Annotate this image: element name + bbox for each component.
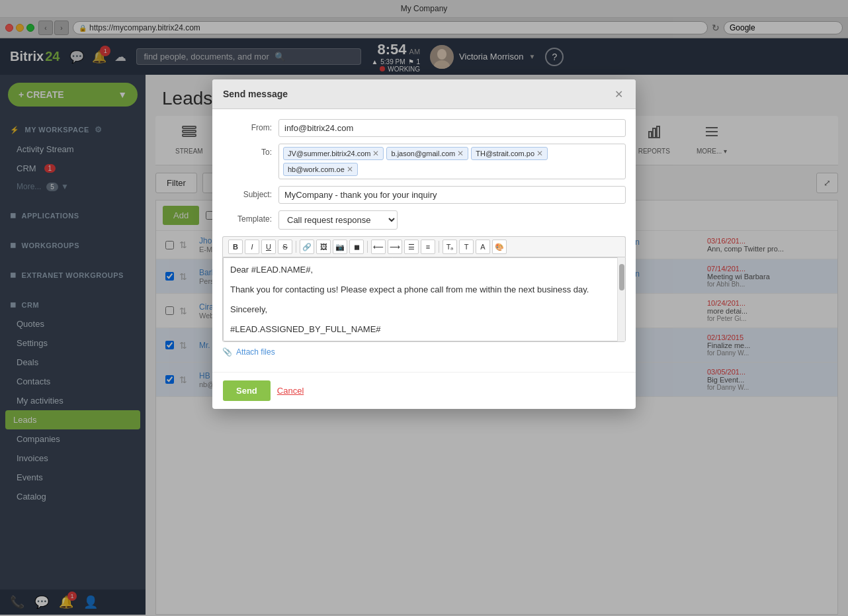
to-chips-container[interactable]: JV@summer.bitrix24.com ✕ b.jason@gmail.c… xyxy=(278,144,626,179)
chip4-email: hb@work.com.oe xyxy=(288,165,345,173)
highlight-button[interactable]: 🎨 xyxy=(492,240,507,254)
email-chip-1: JV@summer.bitrix24.com ✕ xyxy=(283,147,384,160)
send-message-modal: Send message ✕ From: To: JV@summer.bitri… xyxy=(212,79,636,409)
form-row-from: From: xyxy=(222,119,626,137)
chip2-email: b.jason@gmail.com xyxy=(391,150,455,157)
chip3-remove[interactable]: ✕ xyxy=(536,149,543,158)
toolbar-sep1 xyxy=(296,241,296,253)
editor-container: B I U S 🔗 🖼 📷 ◼ ⟵ ⟶ ☰ ≡ Tₐ T xyxy=(222,236,626,342)
toolbar-sep3 xyxy=(439,241,439,253)
toolbar-sep2 xyxy=(367,241,368,253)
editor-line3: Sincerely, xyxy=(230,304,611,314)
email-chip-3: TH@strait.com.po ✕ xyxy=(471,147,548,160)
strikethrough-button[interactable]: S xyxy=(278,240,292,254)
indent-left-button[interactable]: ⟵ xyxy=(371,240,386,254)
editor-scrollbar[interactable] xyxy=(617,257,625,341)
image-button1[interactable]: 🖼 xyxy=(316,240,331,254)
template-label: Template: xyxy=(222,210,272,224)
email-chip-4: hb@work.com.oe ✕ xyxy=(283,163,358,176)
subject-input[interactable] xyxy=(278,186,626,204)
paperclip-icon: 📎 xyxy=(222,347,232,357)
cancel-link[interactable]: Cancel xyxy=(277,386,304,396)
from-label: From: xyxy=(222,119,272,132)
modal-title: Send message xyxy=(223,89,288,99)
modal-footer: Send Cancel xyxy=(212,372,636,409)
block-button[interactable]: ◼ xyxy=(349,240,364,254)
from-input[interactable] xyxy=(278,119,626,137)
editor-line4: #LEAD.ASSIGNED_BY_FULL_NAME# xyxy=(230,324,611,334)
list-button2[interactable]: ≡ xyxy=(421,240,435,254)
form-row-subject: Subject: xyxy=(222,186,626,204)
chip4-remove[interactable]: ✕ xyxy=(347,165,353,174)
chip1-email: JV@summer.bitrix24.com xyxy=(288,150,370,157)
editor-body[interactable]: Dear #LEAD.NAME#, Thank you for contacti… xyxy=(223,257,625,341)
subject-field xyxy=(278,186,626,204)
modal-overlay: Send message ✕ From: To: JV@summer.bitri… xyxy=(0,0,848,615)
scroll-thumb xyxy=(619,264,624,290)
editor-line1: Dear #LEAD.NAME#, xyxy=(230,265,611,275)
text-size-button[interactable]: Tₐ xyxy=(443,240,457,254)
bold-button[interactable]: B xyxy=(228,240,243,254)
subject-label: Subject: xyxy=(222,186,272,199)
form-row-to: To: JV@summer.bitrix24.com ✕ b.jason@gma… xyxy=(222,144,626,179)
indent-right-button[interactable]: ⟶ xyxy=(388,240,402,254)
chip2-remove[interactable]: ✕ xyxy=(457,149,464,158)
chip3-email: TH@strait.com.po xyxy=(476,150,534,157)
modal-close-button[interactable]: ✕ xyxy=(612,87,625,101)
editor-toolbar: B I U S 🔗 🖼 📷 ◼ ⟵ ⟶ ☰ ≡ Tₐ T xyxy=(222,236,626,257)
modal-header: Send message ✕ xyxy=(212,79,636,109)
font-color-button[interactable]: A xyxy=(476,240,490,254)
to-label: To: xyxy=(222,144,272,157)
italic-button[interactable]: I xyxy=(245,240,259,254)
underline-button[interactable]: U xyxy=(261,240,276,254)
from-field xyxy=(278,119,626,137)
send-button[interactable]: Send xyxy=(223,380,271,401)
template-select[interactable]: Call request response xyxy=(278,210,398,230)
template-field: Call request response xyxy=(278,210,626,230)
modal-body: From: To: JV@summer.bitrix24.com ✕ b.jas… xyxy=(212,109,636,372)
editor-wrapper: Dear #LEAD.NAME#, Thank you for contacti… xyxy=(222,257,626,342)
form-row-template: Template: Call request response xyxy=(222,210,626,230)
attach-files-row[interactable]: 📎 Attach files xyxy=(222,342,626,362)
list-button1[interactable]: ☰ xyxy=(404,240,419,254)
to-field: JV@summer.bitrix24.com ✕ b.jason@gmail.c… xyxy=(278,144,626,179)
link-button[interactable]: 🔗 xyxy=(300,240,314,254)
chip1-remove[interactable]: ✕ xyxy=(372,149,379,158)
email-chip-2: b.jason@gmail.com ✕ xyxy=(386,147,468,160)
editor-line2: Thank you for contacting us! Please expe… xyxy=(230,285,611,294)
attach-files-label: Attach files xyxy=(236,347,275,357)
text-big-button[interactable]: T xyxy=(459,240,474,254)
image-button2[interactable]: 📷 xyxy=(333,240,347,254)
